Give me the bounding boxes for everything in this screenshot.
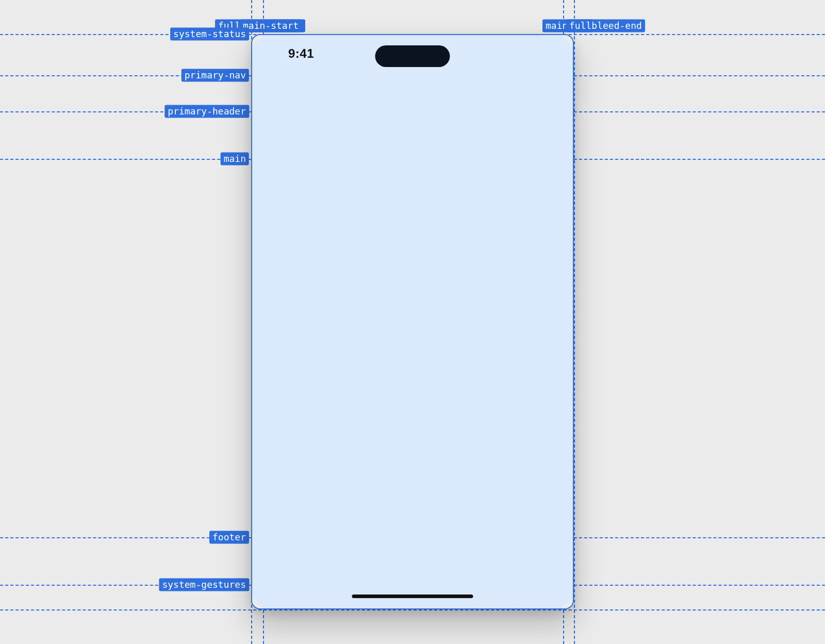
status-time: 9:41 [288, 46, 314, 61]
label-system-status: system-status [170, 28, 249, 41]
label-footer: footer [209, 531, 249, 544]
label-primary-header: primary-header [164, 105, 249, 118]
corner-notch [560, 34, 574, 47]
label-main: main [221, 153, 249, 166]
label-system-gestures: system-gestures [159, 579, 249, 591]
label-primary-nav: primary-nav [182, 69, 249, 82]
guide-fullbleed-end [574, 0, 575, 644]
dynamic-island [375, 45, 450, 67]
label-main-start: main-start [240, 20, 302, 32]
guide-bottom-edge [0, 609, 825, 610]
corner-notch [251, 596, 265, 609]
device-frame: 9:41 [251, 34, 574, 609]
corner-notch [560, 596, 574, 609]
home-indicator[interactable] [352, 595, 473, 598]
corner-notch [251, 34, 265, 47]
label-fullbleed-end: fullbleed-end [566, 20, 645, 32]
